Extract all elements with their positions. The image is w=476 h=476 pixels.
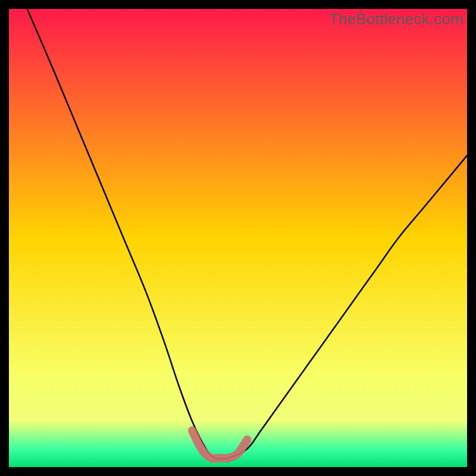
watermark-text: TheBottleneck.com (329, 10, 464, 29)
bottleneck-chart (9, 9, 467, 467)
chart-frame: TheBottleneck.com (9, 9, 467, 467)
